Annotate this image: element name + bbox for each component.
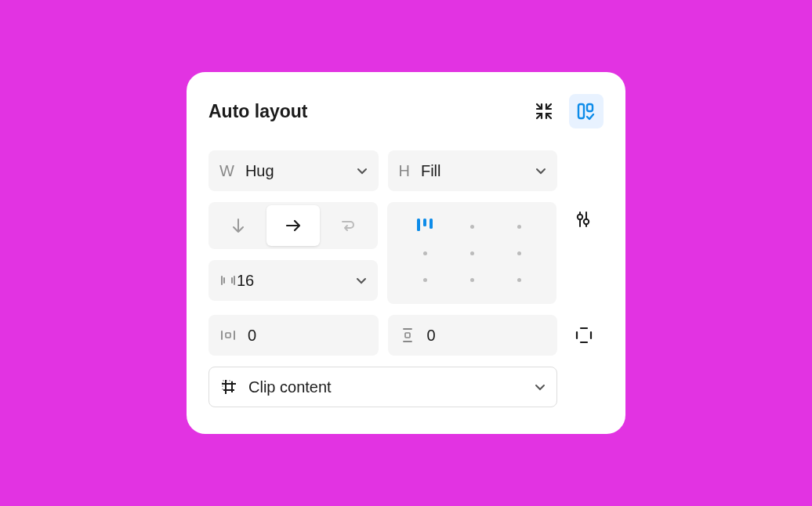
alignment-grid[interactable] — [387, 202, 556, 304]
direction-horizontal-button[interactable] — [266, 205, 320, 246]
arrow-down-icon — [230, 217, 247, 234]
align-top-left[interactable] — [401, 213, 448, 240]
panel-header: Auto layout — [208, 94, 604, 128]
align-middle-center[interactable] — [448, 240, 495, 266]
auto-layout-icon — [575, 100, 597, 122]
direction-wrap-button[interactable] — [321, 205, 375, 246]
collapse-button[interactable] — [527, 94, 561, 128]
vertical-padding-input[interactable]: 0 — [388, 315, 558, 356]
svg-rect-19 — [223, 381, 232, 390]
align-dot — [423, 251, 427, 255]
align-top-right[interactable] — [495, 213, 542, 240]
auto-layout-mode-button[interactable] — [569, 94, 604, 128]
direction-toggle[interactable] — [208, 202, 378, 249]
align-dot — [470, 278, 474, 282]
chevron-down-icon — [357, 167, 368, 175]
align-dot — [470, 251, 474, 255]
vertical-padding-value: 0 — [427, 327, 547, 345]
svg-point-7 — [578, 215, 582, 219]
individual-padding-button[interactable] — [567, 318, 601, 352]
sliders-icon — [574, 210, 593, 229]
gap-icon — [219, 272, 237, 289]
vertical-padding-icon — [399, 327, 416, 344]
direction-vertical-button[interactable] — [212, 205, 265, 246]
align-dot — [517, 278, 521, 282]
align-dot — [517, 251, 521, 255]
align-dot — [423, 278, 427, 282]
align-dot — [470, 225, 474, 229]
svg-rect-1 — [587, 104, 593, 111]
align-middle-left[interactable] — [401, 240, 448, 266]
svg-point-8 — [584, 219, 589, 224]
chevron-down-icon — [356, 276, 367, 284]
svg-rect-13 — [405, 333, 410, 338]
individual-sides-icon — [575, 326, 593, 345]
align-bottom-center[interactable] — [448, 266, 495, 293]
clip-value: Clip content — [248, 378, 524, 396]
advanced-options-button[interactable] — [566, 202, 600, 237]
align-bottom-right[interactable] — [495, 266, 542, 293]
auto-layout-panel: Auto layout W — [187, 72, 625, 434]
width-prefix: W — [219, 162, 234, 180]
horizontal-padding-input[interactable]: 0 — [208, 315, 379, 356]
chevron-down-icon — [535, 383, 546, 391]
height-prefix: H — [399, 162, 410, 180]
gap-input[interactable]: 16 — [208, 260, 378, 301]
align-bottom-left[interactable] — [401, 266, 448, 293]
arrow-right-icon — [285, 217, 302, 234]
height-select[interactable]: H Fill — [388, 150, 558, 191]
svg-rect-2 — [417, 219, 420, 231]
align-middle-right[interactable] — [495, 240, 542, 266]
align-top-center[interactable] — [448, 213, 495, 240]
clip-icon — [220, 378, 237, 396]
panel-title: Auto layout — [208, 101, 308, 122]
width-select[interactable]: W Hug — [208, 150, 379, 191]
minimize-icon — [535, 102, 553, 121]
horizontal-padding-value: 0 — [248, 327, 368, 345]
svg-rect-3 — [423, 219, 426, 226]
svg-rect-4 — [430, 219, 433, 229]
align-dot — [517, 225, 521, 229]
header-actions — [527, 94, 604, 128]
align-top-start-icon — [415, 219, 434, 234]
gap-value: 16 — [237, 272, 356, 290]
svg-rect-10 — [226, 333, 230, 338]
width-value: Hug — [245, 162, 357, 180]
svg-rect-0 — [578, 104, 584, 118]
chevron-down-icon — [535, 167, 546, 175]
clip-content-select[interactable]: Clip content — [208, 367, 557, 407]
height-value: Fill — [421, 162, 535, 180]
horizontal-padding-icon — [219, 327, 237, 344]
wrap-icon — [339, 217, 357, 234]
